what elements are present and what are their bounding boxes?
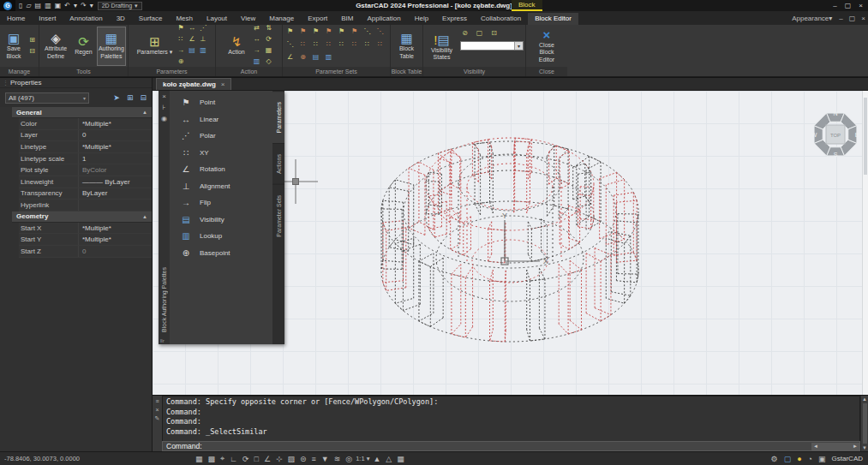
ribbon-tab-3d[interactable]: 3D: [110, 13, 132, 25]
polar-parameter[interactable]: ⋰Polar: [180, 131, 272, 140]
rotation-set-icon[interactable]: ∷: [337, 40, 346, 49]
object-snap-tracking-toggle[interactable]: ∠: [264, 455, 271, 463]
viewcube-north[interactable]: N: [833, 110, 837, 116]
property-value[interactable]: ByColor: [79, 164, 152, 176]
parameters-flyout-button[interactable]: ⊞ Parameters ▾: [135, 27, 175, 66]
redo-icon[interactable]: ↷: [81, 2, 87, 9]
palette-properties-icon[interactable]: ◉: [161, 115, 167, 122]
command-hscrollbar[interactable]: ◄ ►: [811, 443, 859, 450]
close-tab-icon[interactable]: ×: [221, 80, 225, 88]
panel-grip-icon[interactable]: ⋮: [3, 80, 8, 86]
appearance-menu[interactable]: Appearance▾: [792, 15, 832, 22]
property-value[interactable]: *Multiple*: [79, 234, 152, 245]
close-block-editor-button[interactable]: × Close Block Editor: [531, 27, 562, 66]
ribbon-tab-collaboration[interactable]: Collaboration: [474, 13, 528, 25]
lookup-action-icon[interactable]: ▥: [252, 57, 261, 66]
xy-parameter-icon[interactable]: ∷: [177, 35, 186, 44]
lookup-parameter[interactable]: ▥Lookup: [180, 231, 272, 241]
grid-display-toggle[interactable]: ▦: [195, 455, 203, 463]
xy-array-box-set-icon[interactable]: ∷: [324, 40, 333, 49]
canvas-scrollbar[interactable]: [862, 91, 868, 395]
ribbon-tab-home[interactable]: Home: [0, 13, 32, 25]
workspace-switch-icon[interactable]: ▦: [397, 455, 404, 463]
visibility-parameter[interactable]: ▤Visibility: [180, 215, 272, 224]
point-move-set-icon[interactable]: ⚑: [285, 27, 295, 36]
linear-stretch-set-icon[interactable]: ⚑: [311, 27, 320, 36]
basepoint-parameter-icon[interactable]: ⊕: [177, 57, 186, 66]
ribbon-tab-annotation[interactable]: Annotation: [63, 13, 109, 25]
snap-mode-toggle[interactable]: ▩: [208, 455, 216, 463]
save-as-icon[interactable]: ▥: [45, 2, 51, 9]
lookup-parameter-icon[interactable]: ▥: [199, 46, 208, 55]
ribbon-tab-bim[interactable]: BIM: [334, 13, 360, 25]
document-tab[interactable]: koło zębate.dwg ×: [156, 78, 231, 90]
palette-tab-actions[interactable]: Actions: [272, 143, 284, 184]
ribbon-tab-insert[interactable]: Insert: [32, 13, 63, 25]
ribbon-tab-block-editor[interactable]: Block Editor: [528, 13, 578, 25]
ribbon-tab-export[interactable]: Export: [301, 13, 334, 25]
visibility-state-combobox[interactable]: ▾: [460, 41, 524, 51]
performance-icon[interactable]: ◔: [808, 455, 812, 463]
tips-lightbulb-icon[interactable]: ●: [797, 455, 801, 463]
point-parameter[interactable]: ⚑Point: [180, 98, 272, 107]
edit-block-icon[interactable]: ⊟: [27, 47, 37, 56]
ribbon-tab-mesh[interactable]: Mesh: [169, 13, 200, 25]
viewcube-top-label[interactable]: TOP: [830, 133, 841, 138]
selection-filter-toggle[interactable]: ▼: [321, 455, 329, 463]
lookup-set-icon[interactable]: ∷: [375, 40, 385, 49]
quick-select-icon[interactable]: ⊞: [127, 93, 134, 102]
viewcube[interactable]: NSWETOP: [810, 109, 861, 160]
annotation-visibility-toggle[interactable]: ▲: [373, 455, 380, 463]
polar-parameter-icon[interactable]: ⋰: [199, 24, 208, 33]
open-folder-icon[interactable]: ▱: [26, 2, 31, 9]
save-block-button[interactable]: ▣ Save Block: [2, 27, 26, 66]
ribbon-tab-layout[interactable]: Layout: [200, 13, 234, 25]
rotate-action-icon[interactable]: ⟳: [264, 35, 273, 44]
viewcube-west[interactable]: W: [811, 132, 817, 138]
linear-parameter-icon[interactable]: ↔: [188, 24, 197, 33]
chevron-down-icon[interactable]: ▾: [514, 42, 523, 50]
undo-icon[interactable]: ↶: [64, 2, 70, 9]
polar-tracking-toggle[interactable]: ⟳: [242, 455, 249, 463]
xy-move-set-icon[interactable]: ⋱: [285, 40, 295, 49]
visibility-states-set-icon[interactable]: ▤: [311, 53, 320, 62]
doc-restore-button[interactable]: ▢: [849, 15, 856, 22]
flip-parameter-icon[interactable]: →: [177, 46, 186, 55]
doc-close-button[interactable]: ×: [861, 15, 865, 22]
viewcube-east[interactable]: E: [855, 132, 859, 138]
linear-parameter[interactable]: ↔Linear: [180, 115, 272, 124]
command-input[interactable]: Command: ◄ ►: [162, 441, 860, 451]
section-header-geometry[interactable]: Geometry▲: [12, 212, 152, 223]
display-settings-icon[interactable]: ▢: [784, 455, 792, 463]
block-properties-icon[interactable]: ◇: [264, 57, 273, 66]
make-invisible-icon[interactable]: ⊘: [460, 29, 470, 38]
object-snap-toggle[interactable]: □: [254, 455, 258, 463]
visibility-mode-icon[interactable]: ⊡: [489, 29, 499, 38]
quick-properties-toggle[interactable]: ⊜: [300, 455, 307, 463]
doc-minimize-button[interactable]: –: [839, 15, 842, 22]
linear-move-set-icon[interactable]: ⚑: [298, 27, 308, 36]
clean-screen-icon[interactable]: ▣: [818, 455, 826, 463]
toggle-pickadd-icon[interactable]: ⊟: [140, 93, 147, 102]
lookup-table-set-icon[interactable]: ▥: [324, 53, 333, 62]
dynamic-ucs-toggle[interactable]: ⊹: [276, 455, 283, 463]
point-parameter-icon[interactable]: ⚑: [177, 24, 186, 33]
action-flyout-button[interactable]: ↯ Action: [223, 27, 250, 66]
settings-gear-icon[interactable]: ⚙: [771, 455, 778, 463]
property-value[interactable]: *Multiple*: [79, 223, 152, 234]
section-header-general[interactable]: General▲: [12, 107, 152, 118]
palette-close-icon[interactable]: ×: [162, 92, 166, 100]
selection-cycling-toggle[interactable]: ▨: [288, 455, 296, 463]
property-value[interactable]: 0: [79, 246, 152, 257]
polar-stretch-set-icon[interactable]: ⋱: [375, 27, 385, 36]
ortho-mode-toggle[interactable]: ∟: [230, 455, 237, 463]
ribbon-tab-view[interactable]: View: [234, 13, 262, 25]
scrollbar-thumb[interactable]: [863, 403, 867, 444]
rotation-parameter-icon[interactable]: ∠: [188, 35, 197, 44]
workspace-dropdown[interactable]: 2D Drafting ▾: [98, 2, 142, 10]
command-customize-icon[interactable]: ✎: [155, 415, 160, 422]
polar-move-set-icon[interactable]: ⋱: [362, 27, 372, 36]
palette-tab-parameter-sets[interactable]: Parameter Sets: [272, 184, 284, 247]
minimize-button[interactable]: –: [833, 2, 836, 9]
auto-annotation-scale-toggle[interactable]: △: [386, 455, 392, 463]
